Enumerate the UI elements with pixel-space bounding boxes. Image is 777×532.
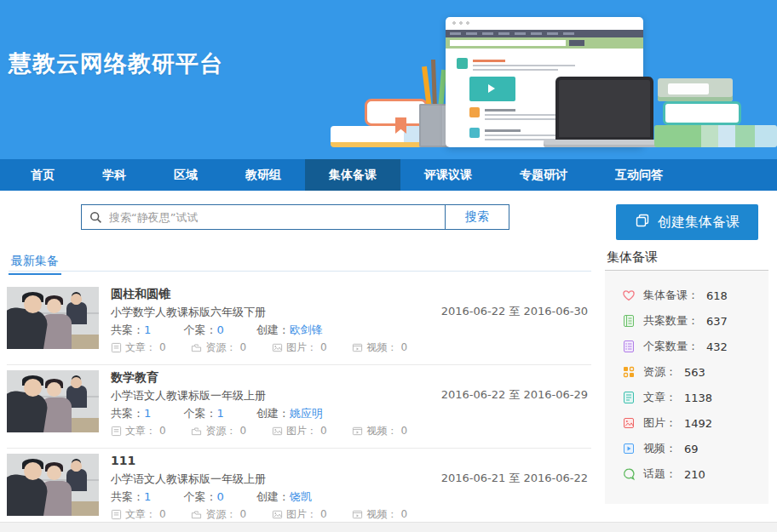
tab-latest-prep[interactable]: 最新集备	[9, 254, 61, 275]
laptop-base-illustration	[544, 140, 667, 147]
search-button[interactable]: 搜索	[445, 205, 509, 229]
header-banner: 慧教云网络教研平台	[0, 0, 777, 159]
stat-row: 个案数量：432	[622, 334, 768, 359]
stat-row: 资源：563	[622, 359, 768, 385]
stat-row: 文章：1138	[622, 385, 768, 410]
creator-link[interactable]: 姚应明	[290, 407, 323, 420]
article-icon	[111, 426, 122, 437]
resource-count-label: 资源：	[205, 506, 236, 523]
play-icon	[488, 84, 495, 93]
search-box: 搜索	[81, 204, 509, 230]
item-title[interactable]: 圆柱和圆锥	[111, 285, 591, 303]
create-collective-prep-button[interactable]: 创建集体备课	[616, 204, 758, 240]
browser-dots	[452, 21, 473, 25]
personal-case-label: 个案：	[183, 490, 216, 503]
browser-menu-chips	[450, 32, 578, 35]
video-icon	[352, 426, 363, 437]
avatar-illustration	[469, 128, 480, 138]
brush-illustration	[431, 60, 437, 109]
image-count-label: 图片：	[286, 422, 317, 439]
personal-case-count: 1	[216, 407, 223, 420]
video-count-label: 视频：	[366, 339, 397, 356]
image-count-label: 图片：	[286, 506, 317, 523]
shared-case-count: 1	[144, 323, 151, 336]
thumb-detail	[24, 379, 42, 397]
stat-value: 1492	[684, 417, 712, 430]
avatar-illustration	[457, 58, 468, 69]
shared-case-count: 1	[144, 490, 151, 503]
article-icon	[111, 342, 122, 353]
list-item[interactable]: 圆柱和圆锥 小学数学人教课标版六年级下册 共案：1 个案：0 创建：欧剑锋 文章…	[7, 282, 591, 365]
shared-case-count: 1	[144, 407, 151, 420]
thumb-detail	[47, 382, 61, 397]
video-count: 0	[400, 339, 407, 356]
picture-stat-icon	[622, 416, 636, 430]
book-illustration	[331, 126, 424, 147]
shared-case-label: 共案：	[111, 323, 144, 336]
heart-icon	[622, 289, 636, 302]
nav-item-home[interactable]: 首页	[7, 159, 78, 191]
nav-item-topic-discussion[interactable]: 专题研讨	[496, 159, 591, 191]
text-line-illustration	[473, 65, 575, 66]
creator-label: 创建：	[256, 490, 290, 503]
article-count: 0	[159, 339, 166, 356]
list-item[interactable]: 数学教育 小学语文人教课标版一年级上册 共案：1 个案：1 创建：姚应明 文章：…	[7, 365, 591, 449]
creator-label: 创建：	[256, 407, 290, 420]
resource-icon	[191, 509, 202, 520]
item-title[interactable]: 111	[111, 452, 591, 470]
resource-count-label: 资源：	[205, 422, 236, 439]
creator-link[interactable]: 欧剑锋	[290, 323, 323, 336]
resource-icon	[191, 426, 202, 437]
article-count: 0	[159, 422, 166, 439]
article-count-label: 文章：	[125, 339, 156, 356]
sidebar-title: 集体备课	[607, 249, 658, 266]
search-input[interactable]	[109, 205, 445, 229]
nav-item-regions[interactable]: 区域	[150, 159, 222, 191]
nav-item-research-groups[interactable]: 教研组	[222, 159, 305, 191]
stat-value: 637	[706, 315, 728, 328]
article-icon	[111, 509, 122, 520]
text-line-illustration	[485, 118, 561, 120]
stat-value: 563	[684, 366, 705, 379]
book-label-illustration	[668, 83, 709, 94]
nav-item-qa[interactable]: 互动问答	[591, 159, 687, 191]
resource-icon	[191, 342, 202, 353]
stat-row: 集体备课：618	[622, 283, 768, 308]
thumb-detail	[71, 377, 82, 388]
page: 慧教云网络教研平台	[0, 0, 777, 532]
item-counts: 文章：0 资源：0 图片：0 视频：0	[111, 422, 591, 442]
list-item[interactable]: 111 小学语文人教课标版一年级上册 共案：1 个案：0 创建：饶凯 文章：0 …	[7, 449, 591, 532]
nav-item-lesson-review[interactable]: 评课议课	[400, 159, 496, 191]
stat-label: 个案数量：	[643, 339, 699, 354]
stat-value: 210	[684, 468, 705, 481]
creator-link[interactable]: 饶凯	[290, 490, 312, 503]
header-illustration	[324, 0, 777, 159]
browser-search-button	[569, 40, 584, 46]
stat-label: 集体备课：	[643, 288, 699, 303]
footer-strip	[0, 522, 777, 532]
text-line-illustration	[485, 109, 515, 112]
topic-bubble-icon	[622, 467, 636, 481]
video-icon	[352, 509, 363, 520]
nav-item-subjects[interactable]: 学科	[78, 159, 150, 191]
course-thumbnail[interactable]	[7, 454, 99, 516]
stat-value: 1138	[684, 392, 712, 404]
personal-case-label: 个案：	[183, 323, 216, 336]
picture-icon	[272, 509, 283, 520]
personal-case-count: 0	[216, 490, 223, 503]
video-count: 0	[400, 506, 407, 523]
picture-icon	[272, 426, 283, 437]
stat-value: 618	[706, 289, 728, 302]
date-range: 2016-06-22 至 2016-06-30	[441, 304, 588, 319]
article-count-label: 文章：	[125, 422, 156, 439]
personal-case-count: 0	[216, 323, 223, 336]
nav-item-collective-prep[interactable]: 集体备课	[305, 159, 400, 191]
resource-grid-icon	[622, 365, 636, 379]
stat-row: 话题：210	[622, 461, 768, 487]
article-count-label: 文章：	[125, 506, 156, 523]
course-thumbnail[interactable]	[7, 370, 99, 432]
course-thumbnail[interactable]	[7, 287, 99, 349]
article-count: 0	[159, 506, 166, 523]
item-title[interactable]: 数学教育	[111, 369, 591, 386]
main-nav: 首页 学科 区域 教研组 集体备课 评课议课 专题研讨 互动问答	[0, 159, 777, 191]
